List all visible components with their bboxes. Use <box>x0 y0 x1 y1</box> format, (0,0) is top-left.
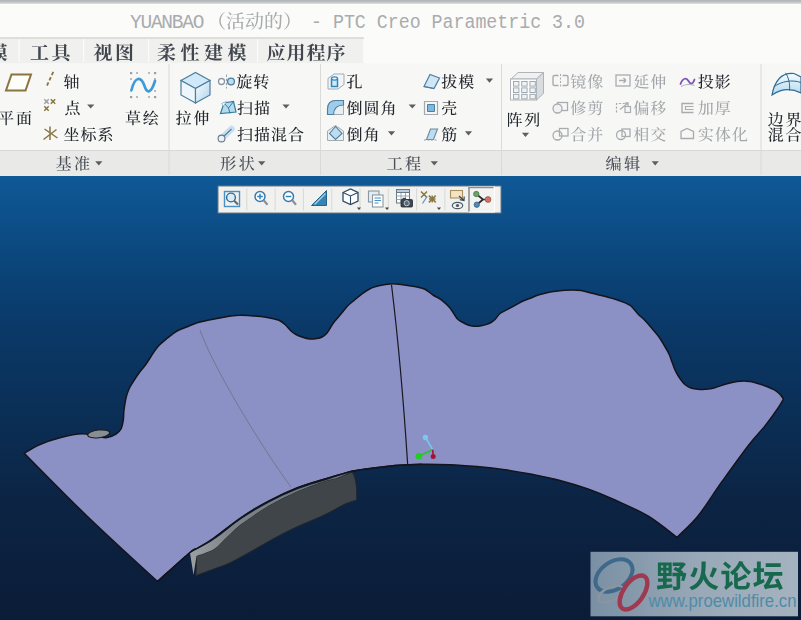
svg-text:www.proewildfire.cn: www.proewildfire.cn <box>648 590 797 611</box>
svg-text:YUANBAO: YUANBAO <box>130 12 204 34</box>
svg-text:- PTC Creo Parametric 3.0: - PTC Creo Parametric 3.0 <box>311 12 585 34</box>
